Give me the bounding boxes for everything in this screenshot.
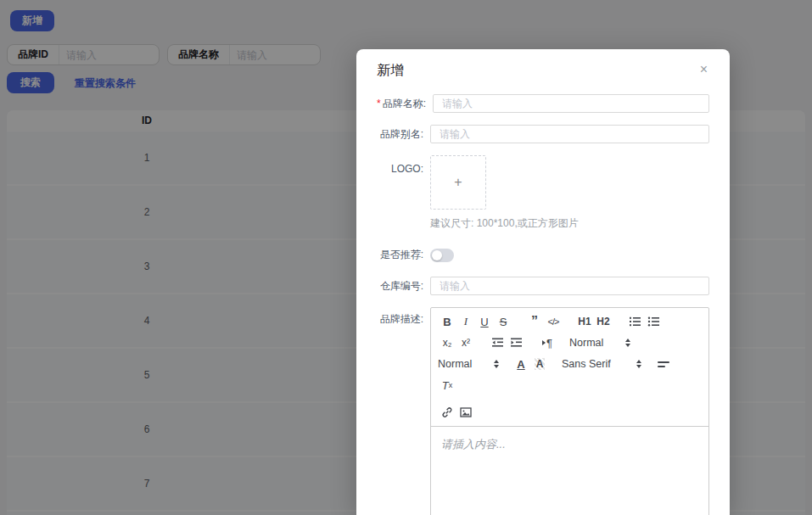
editor-toolbar: B I U S ” </> H1 H2: [431, 308, 708, 427]
field-brand-desc: 品牌描述: B I U S ” </> H1 H2: [377, 307, 709, 515]
editor-content[interactable]: 请插入内容...: [431, 427, 708, 515]
field-recommend: 是否推荐:: [377, 248, 709, 262]
bold-icon[interactable]: B: [438, 314, 456, 329]
recommend-toggle[interactable]: [430, 249, 454, 262]
background-color-icon[interactable]: A: [530, 356, 549, 372]
text-color-icon[interactable]: A: [512, 356, 530, 372]
field-brand-alias: 品牌别名:: [377, 125, 709, 143]
rich-text-editor: B I U S ” </> H1 H2: [430, 307, 709, 515]
text-direction-icon[interactable]: ¶: [538, 335, 557, 350]
underline-icon[interactable]: U: [475, 314, 494, 329]
bullet-list-icon[interactable]: [644, 314, 663, 329]
plus-icon: +: [454, 175, 462, 190]
blockquote-icon[interactable]: ”: [525, 314, 544, 329]
italic-icon[interactable]: I: [456, 314, 475, 329]
superscript-icon[interactable]: x²: [456, 335, 475, 350]
logo-upload-button[interactable]: +: [430, 155, 486, 210]
field-brand-name: *品牌名称:: [377, 94, 709, 113]
clear-format-icon[interactable]: Tx: [438, 378, 456, 393]
header-1-icon[interactable]: H1: [575, 314, 594, 329]
header-picker[interactable]: Normal: [438, 358, 499, 370]
ordered-list-icon[interactable]: [625, 314, 644, 329]
size-picker[interactable]: Normal: [569, 337, 630, 349]
field-warehouse-no: 仓库编号:: [377, 277, 709, 295]
field-brand-alias-label: 品牌别名:: [377, 127, 423, 142]
header-2-icon[interactable]: H2: [594, 314, 613, 329]
subscript-icon[interactable]: x₂: [438, 335, 456, 350]
indent-icon[interactable]: [507, 335, 525, 350]
align-icon[interactable]: [654, 356, 673, 372]
field-brand-name-label: *品牌名称:: [377, 97, 426, 111]
editor-placeholder: 请插入内容...: [441, 438, 506, 451]
logo-size-hint: 建议尺寸: 100*100,或正方形图片: [430, 216, 579, 231]
close-icon[interactable]: ×: [698, 61, 709, 78]
brand-alias-input[interactable]: [430, 125, 709, 143]
required-mark: *: [377, 98, 381, 109]
font-picker[interactable]: Sans Serif: [562, 358, 641, 370]
strikethrough-icon[interactable]: S: [494, 314, 512, 329]
link-icon[interactable]: [438, 405, 456, 420]
warehouse-no-input[interactable]: [430, 277, 709, 295]
modal-header: 新增 ×: [377, 61, 709, 80]
field-logo: LOGO: + 建议尺寸: 100*100,或正方形图片: [377, 155, 709, 231]
code-block-icon[interactable]: </>: [544, 314, 563, 329]
modal-title: 新增: [377, 61, 404, 80]
field-logo-label: LOGO:: [377, 155, 423, 175]
field-warehouse-no-label: 仓库编号:: [377, 279, 423, 294]
logo-upload-area: + 建议尺寸: 100*100,或正方形图片: [430, 155, 579, 231]
outdent-icon[interactable]: [488, 335, 507, 350]
brand-name-input[interactable]: [433, 94, 709, 113]
picker-arrows-icon: [625, 339, 630, 347]
picker-arrows-icon: [494, 360, 499, 368]
field-brand-desc-label: 品牌描述:: [377, 307, 423, 327]
toggle-knob: [432, 250, 442, 260]
add-brand-modal: 新增 × *品牌名称: 品牌别名: LOGO: + 建议尺寸: 100*100,…: [356, 49, 730, 515]
field-recommend-label: 是否推荐:: [377, 248, 423, 262]
image-icon[interactable]: [456, 405, 475, 420]
picker-arrows-icon: [636, 360, 641, 368]
